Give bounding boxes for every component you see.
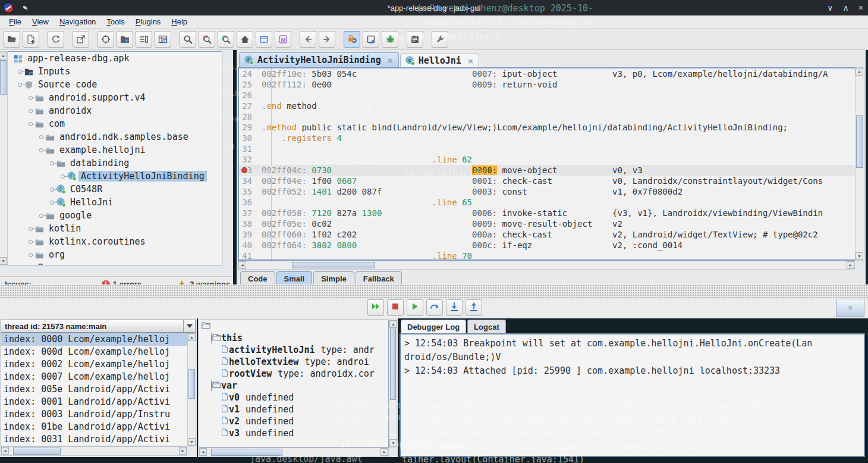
- tree-expander-icon[interactable]: [58, 174, 67, 179]
- tree-item-hellojni[interactable]: cHelloJni: [2, 196, 222, 209]
- flat-packages-button[interactable]: [136, 31, 152, 48]
- stack-frame-row[interactable]: index: 0003 Landroid/app/Instru: [1, 408, 187, 421]
- vars-hscrollbar[interactable]: ◂ ▸: [199, 448, 389, 457]
- resume-button[interactable]: [367, 299, 384, 316]
- var-item-v3[interactable]: v3undefined: [199, 427, 388, 439]
- tree-item-source-code[interactable]: Source code: [2, 78, 222, 91]
- tree-item-kotlin[interactable]: kotlin: [2, 222, 222, 235]
- var-item-activityhellojni[interactable]: activityHelloJnitype: andr: [199, 344, 388, 356]
- project-tree-vscrollbar[interactable]: ▴ ▾: [0, 51, 8, 265]
- scroll-down-icon[interactable]: ▾: [856, 252, 863, 260]
- tree-item-kotlinx-coroutines[interactable]: kotlinx.coroutines: [2, 235, 222, 248]
- maximize-button[interactable]: ∧: [843, 3, 849, 12]
- tree-item-org[interactable]: org: [2, 248, 222, 261]
- main-activity-button[interactable]: [237, 31, 253, 48]
- code-line[interactable]: 26: [239, 90, 863, 101]
- splitter-texture[interactable]: [0, 284, 868, 299]
- resources-view-button[interactable]: [155, 31, 171, 48]
- menu-help[interactable]: Help: [166, 16, 193, 27]
- thread-dropdown-button[interactable]: [183, 320, 195, 332]
- stack-frame-row[interactable]: index: 005e Landroid/app/Activi: [1, 383, 187, 396]
- nav-back-button[interactable]: [300, 31, 316, 48]
- code-line[interactable]: 34002ff04e: 1f00 0607 0001: check-cast v…: [239, 176, 863, 186]
- close-tab-icon[interactable]: ×: [387, 56, 394, 65]
- scroll-down-icon[interactable]: ▾: [188, 438, 196, 446]
- tree-expander-icon[interactable]: [36, 148, 46, 152]
- scroll-right-icon[interactable]: ▸: [847, 261, 854, 269]
- scroll-right-icon[interactable]: ▸: [179, 447, 187, 455]
- close-button[interactable]: ×: [858, 3, 863, 12]
- code-line[interactable]: 35002ff052: 1401 d200 087f 0003: const v…: [239, 186, 863, 197]
- editor-vscrollbar[interactable]: ▴ ▾: [855, 67, 864, 261]
- code-line[interactable]: 29.method public static bind(Landroid/vi…: [239, 122, 863, 133]
- tree-item-example-hellojni[interactable]: example.hellojni: [2, 143, 222, 157]
- class-search-button[interactable]: [199, 31, 215, 48]
- scroll-down-icon[interactable]: ▾: [0, 257, 7, 265]
- debugger-close-button[interactable]: ×: [836, 299, 864, 317]
- tree-expander-icon[interactable]: [26, 122, 35, 126]
- var-item-rootview[interactable]: rootViewtype: androidx.cor: [199, 368, 388, 380]
- smali-code-area[interactable]: 24002ff10e: 5b03 054c 0007: iput-object …: [238, 67, 864, 261]
- log-tab-logcat[interactable]: Logcat: [467, 320, 506, 333]
- code-line[interactable]: 25002ff112: 0e00 0009: return-void: [239, 79, 863, 90]
- scroll-down-icon[interactable]: ▾: [389, 439, 397, 447]
- code-line[interactable]: 30 .registers 4: [239, 133, 863, 143]
- log-viewer-button[interactable]: [407, 31, 423, 48]
- open-file-button[interactable]: [4, 31, 20, 48]
- scroll-up-icon[interactable]: ▴: [188, 333, 196, 341]
- code-line[interactable]: 27.end method: [239, 101, 863, 111]
- run-button[interactable]: [407, 299, 423, 316]
- scroll-left-icon[interactable]: ◂: [1, 447, 9, 455]
- stack-vscrollbar[interactable]: ▴ ▾: [187, 333, 196, 446]
- scroll-thumb[interactable]: [292, 262, 375, 268]
- scroll-thumb[interactable]: [390, 329, 396, 400]
- scroll-thumb[interactable]: [211, 449, 282, 456]
- stack-frame-row[interactable]: index: 0031 Landroid/app/Activi: [1, 433, 187, 446]
- view-tab-smali[interactable]: Smali: [276, 271, 313, 286]
- tree-item-android-support-v4[interactable]: android.support.v4: [2, 91, 222, 104]
- debugger-button[interactable]: [382, 31, 398, 48]
- var-item-v1[interactable]: v1undefined: [199, 403, 388, 415]
- tree-expander-icon[interactable]: [26, 109, 35, 113]
- code-line[interactable]: 38002ff05e: 0c02 0009: move-result-objec…: [239, 218, 863, 229]
- close-tab-icon[interactable]: ×: [467, 57, 474, 65]
- stack-frame-row[interactable]: index: 01be Landroid/app/Activi: [1, 421, 187, 433]
- text-search-button[interactable]: [180, 31, 196, 48]
- view-tab-simple[interactable]: Simple: [313, 271, 354, 286]
- scroll-left-icon[interactable]: ◂: [238, 261, 246, 269]
- stack-frame-row[interactable]: index: 0007 Lcom/example/helloj: [1, 371, 187, 383]
- tree-expander-icon[interactable]: [36, 135, 46, 139]
- tree-expander-icon[interactable]: [26, 96, 35, 100]
- tree-item-c0548r[interactable]: cC0548R: [2, 183, 222, 196]
- code-line[interactable]: 40002ff064: 3802 0800 000c: if-eqz v2, :…: [239, 240, 863, 251]
- stack-frame-row[interactable]: index: 0001 Landroid/app/Activi: [1, 396, 187, 408]
- export-button[interactable]: [73, 31, 89, 48]
- code-line[interactable]: 39002ff060: 1f02 c202 000a: check-cast v…: [239, 229, 863, 240]
- scroll-thumb[interactable]: [188, 369, 195, 399]
- stack-hscrollbar[interactable]: ◂ ▸: [1, 446, 187, 456]
- editor-tab-activityhellojnibinding[interactable]: cActivityHelloJniBinding×: [239, 52, 399, 67]
- var-item-hellotextview[interactable]: helloTextviewtype: androi: [199, 356, 388, 368]
- var-item-var[interactable]: var: [199, 380, 388, 392]
- comment-search-button[interactable]: [218, 31, 234, 48]
- var-item-v2[interactable]: v2undefined: [199, 415, 388, 427]
- preferences-button[interactable]: [432, 31, 448, 48]
- view-tab-code[interactable]: Code: [240, 271, 275, 286]
- tree-item-databinding[interactable]: databinding: [2, 157, 222, 170]
- stop-button[interactable]: [387, 299, 404, 316]
- step-into-button[interactable]: [446, 299, 463, 316]
- var-item-v0[interactable]: v0undefined: [199, 392, 388, 403]
- nav-forward-button[interactable]: [319, 31, 335, 48]
- vars-root[interactable]: [199, 320, 388, 332]
- code-line[interactable]: 33002ff04c: 0730 0000: move-object v0, v…: [239, 165, 863, 176]
- log-tab-debugger-log[interactable]: Debugger Log: [401, 320, 466, 333]
- editor-tab-hellojni[interactable]: cHelloJni×: [400, 54, 479, 67]
- tree-expander-icon[interactable]: [211, 333, 212, 343]
- tree-item-activityhellojnibinding[interactable]: cActivityHelloJniBinding: [2, 170, 222, 183]
- code-line[interactable]: 24002ff10e: 5b03 054c 0007: iput-object …: [239, 68, 863, 79]
- tree-item-inputs[interactable]: Inputs: [2, 65, 222, 78]
- tree-expander-icon[interactable]: [47, 161, 56, 165]
- tree-expander-icon[interactable]: [26, 253, 35, 257]
- quick-edit-button[interactable]: [363, 31, 379, 48]
- scroll-right-icon[interactable]: ▸: [380, 448, 388, 456]
